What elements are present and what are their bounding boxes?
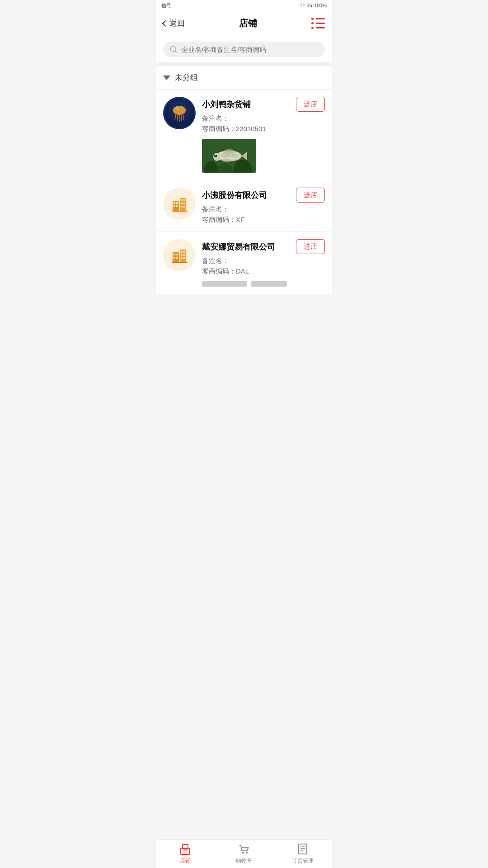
avatar xyxy=(163,188,196,220)
group-label: 未分组 xyxy=(175,72,198,83)
avatar xyxy=(163,97,196,129)
search-input[interactable] xyxy=(181,46,319,53)
svg-point-23 xyxy=(215,155,216,156)
search-section xyxy=(156,36,332,62)
store-name-row: 小沸股份有限公司 进店 xyxy=(202,188,325,203)
store-remark: 备注名： xyxy=(202,257,325,265)
svg-rect-39 xyxy=(172,211,188,212)
svg-point-19 xyxy=(232,153,238,158)
store-bottom-images xyxy=(202,281,325,287)
status-left: 信号 xyxy=(161,2,171,9)
menu-dot-icon xyxy=(311,18,314,20)
store-name: 戴安娜贸易有限公司 xyxy=(202,241,275,252)
svg-rect-46 xyxy=(183,254,185,256)
svg-rect-49 xyxy=(174,254,175,255)
group-header[interactable]: 未分组 xyxy=(156,66,332,90)
svg-point-0 xyxy=(170,46,176,52)
signal-text: 信号 xyxy=(161,2,171,9)
store-name-row: 小刘鸭杂货铺 进店 xyxy=(202,97,325,112)
search-box[interactable] xyxy=(163,42,325,57)
svg-rect-48 xyxy=(183,257,185,259)
svg-rect-45 xyxy=(181,254,183,256)
nav-label-cart: 购物车 xyxy=(236,857,252,865)
svg-rect-43 xyxy=(181,251,183,253)
store-product-image xyxy=(202,139,325,173)
svg-point-59 xyxy=(242,852,244,854)
store-list: 小刘鸭杂货铺 进店 备注名： 客商编码：22010501 xyxy=(156,90,332,294)
status-bar: 信号 11:35 100% xyxy=(156,0,332,11)
cart-nav-icon xyxy=(238,843,250,855)
back-label: 返回 xyxy=(169,18,185,28)
building-icon xyxy=(167,192,192,217)
menu-bar-icon xyxy=(316,23,325,24)
list-item: 小沸股份有限公司 进店 备注名： 客商编码：XF xyxy=(156,180,332,232)
store-item-top: 小刘鸭杂货铺 进店 备注名： 客商编码：22010501 xyxy=(163,97,325,133)
svg-rect-38 xyxy=(176,205,178,207)
svg-point-4 xyxy=(173,106,186,115)
menu-line-1 xyxy=(311,18,325,20)
svg-rect-40 xyxy=(167,243,192,268)
store-item-top: 小沸股份有限公司 进店 备注名： 客商编码：XF xyxy=(163,188,325,224)
menu-line-2 xyxy=(311,22,325,24)
svg-rect-31 xyxy=(181,203,183,204)
building-icon xyxy=(167,243,192,268)
svg-rect-36 xyxy=(176,202,178,204)
svg-point-10 xyxy=(175,107,180,110)
svg-rect-37 xyxy=(174,205,175,207)
enter-store-button[interactable]: 进店 xyxy=(296,239,325,254)
order-nav-icon xyxy=(296,843,309,855)
collapse-icon xyxy=(163,75,170,80)
svg-point-25 xyxy=(222,159,231,162)
store-nav-icon xyxy=(179,843,192,855)
svg-rect-53 xyxy=(172,262,188,263)
store-info: 戴安娜贸易有限公司 进店 备注名： 客商编码：DAL xyxy=(202,239,325,276)
svg-rect-33 xyxy=(181,206,183,208)
nav-item-order[interactable]: 订货管理 xyxy=(273,840,332,868)
menu-bar-icon xyxy=(316,27,325,28)
enter-store-button[interactable]: 进店 xyxy=(296,188,325,203)
svg-point-21 xyxy=(213,153,221,161)
svg-rect-52 xyxy=(176,257,178,259)
store-code: 客商编码：22010501 xyxy=(202,125,325,133)
bottom-nav: 店铺 购物车 订货管理 xyxy=(156,839,332,868)
svg-rect-29 xyxy=(181,199,183,201)
enter-store-button[interactable]: 进店 xyxy=(296,97,325,112)
svg-rect-34 xyxy=(183,206,185,208)
svg-rect-61 xyxy=(299,844,307,854)
search-icon xyxy=(169,45,178,53)
store-remark: 备注名： xyxy=(202,114,325,123)
store-name: 小沸股份有限公司 xyxy=(202,190,267,201)
menu-dot-icon xyxy=(311,27,314,29)
store-code: 客商编码：DAL xyxy=(202,267,325,276)
back-arrow-icon xyxy=(162,20,169,26)
list-item: 戴安娜贸易有限公司 进店 备注名： 客商编码：DAL xyxy=(156,232,332,294)
fish-image xyxy=(202,139,256,173)
svg-rect-44 xyxy=(183,251,185,253)
svg-rect-26 xyxy=(167,192,192,217)
jellyfish-icon xyxy=(165,99,194,128)
store-info: 小沸股份有限公司 进店 备注名： 客商编码：XF xyxy=(202,188,325,224)
svg-rect-50 xyxy=(176,254,178,255)
menu-dot-icon xyxy=(311,22,314,24)
nav-item-cart[interactable]: 购物车 xyxy=(215,840,273,868)
store-name: 小刘鸭杂货铺 xyxy=(202,99,251,110)
svg-rect-30 xyxy=(183,199,185,201)
list-item: 小刘鸭杂货铺 进店 备注名： 客商编码：22010501 xyxy=(156,90,332,180)
store-remark: 备注名： xyxy=(202,205,325,214)
time-text: 11:35 xyxy=(300,3,312,8)
nav-item-store[interactable]: 店铺 xyxy=(156,840,215,868)
menu-bar-icon xyxy=(316,18,325,19)
fish-illustration xyxy=(202,139,256,173)
store-info: 小刘鸭杂货铺 进店 备注名： 客商编码：22010501 xyxy=(202,97,325,133)
svg-point-24 xyxy=(224,149,235,154)
svg-line-6 xyxy=(177,115,178,121)
menu-button[interactable] xyxy=(311,18,325,29)
back-button[interactable]: 返回 xyxy=(163,18,185,28)
svg-rect-51 xyxy=(174,257,175,259)
svg-rect-32 xyxy=(183,203,185,204)
menu-line-3 xyxy=(311,27,325,29)
page-title: 店铺 xyxy=(239,17,257,29)
status-right: 11:35 100% xyxy=(300,3,327,8)
nav-label-order: 订货管理 xyxy=(292,857,314,865)
header: 返回 店铺 xyxy=(156,11,332,36)
